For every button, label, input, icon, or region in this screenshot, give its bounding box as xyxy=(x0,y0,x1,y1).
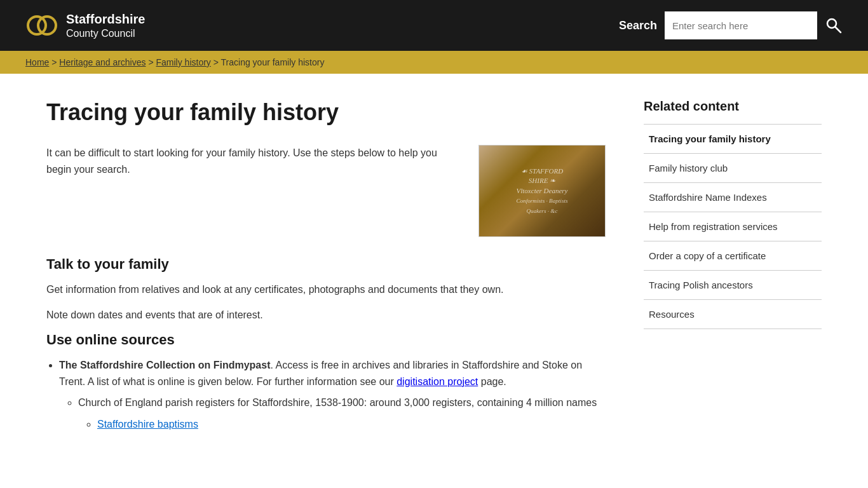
related-list-item: Staffordshire Name Indexes xyxy=(644,183,822,212)
search-label: Search xyxy=(619,19,657,32)
church-text: Church of England parish registers for S… xyxy=(78,397,597,408)
breadcrumb-current: Tracing your family history xyxy=(221,57,325,67)
breadcrumb-heritage[interactable]: Heritage and archives xyxy=(59,57,146,67)
church-item: Church of England parish registers for S… xyxy=(78,395,606,432)
related-list: Tracing your family historyFamily histor… xyxy=(644,124,822,329)
search-icon xyxy=(825,17,843,34)
related-list-link[interactable]: Staffordshire Name Indexes xyxy=(644,183,822,212)
section1-heading: Talk to your family xyxy=(46,256,606,273)
online-sources-list: The Staffordshire Collection on Findmypa… xyxy=(59,357,606,432)
intro-section: It can be difficult to start looking for… xyxy=(46,145,606,237)
council-logo-icon xyxy=(25,9,58,42)
related-list-link[interactable]: Order a copy of a certificate xyxy=(644,241,822,270)
related-list-link[interactable]: Family history club xyxy=(644,154,822,182)
main-container: Tracing your family history It can be di… xyxy=(21,74,847,481)
content-area: Tracing your family history It can be di… xyxy=(46,99,606,443)
related-list-link[interactable]: Help from registration services xyxy=(644,212,822,241)
related-list-item: Tracing your family history xyxy=(644,125,822,154)
page-title: Tracing your family history xyxy=(46,99,606,126)
logo-text: Staffordshire County Council xyxy=(66,11,145,41)
related-list-item: Help from registration services xyxy=(644,212,822,241)
sidebar: Related content Tracing your family hist… xyxy=(644,99,822,443)
related-list-link[interactable]: Tracing your family history xyxy=(644,125,822,153)
baptisms-link[interactable]: Staffordshire baptisms xyxy=(97,419,198,430)
section2-heading: Use online sources xyxy=(46,332,606,348)
intro-paragraph: It can be difficult to start looking for… xyxy=(46,145,459,177)
search-area: Search xyxy=(619,11,843,39)
related-list-item: Family history club xyxy=(644,154,822,183)
related-list-item: Resources xyxy=(644,300,822,329)
related-list-item: Order a copy of a certificate xyxy=(644,241,822,271)
findmypast-item: The Staffordshire Collection on Findmypa… xyxy=(59,357,606,432)
intro-text: It can be difficult to start looking for… xyxy=(46,145,459,237)
section1-p1: Get information from relatives and look … xyxy=(46,281,606,298)
related-list-link[interactable]: Tracing Polish ancestors xyxy=(644,271,822,299)
related-list-link[interactable]: Resources xyxy=(644,300,822,329)
findmypast-bold: The Staffordshire Collection on Findmypa… xyxy=(59,360,270,370)
breadcrumb: Home > Heritage and archives > Family hi… xyxy=(0,51,868,74)
breadcrumb-family-history[interactable]: Family history xyxy=(156,57,210,67)
related-list-item: Tracing Polish ancestors xyxy=(644,271,822,300)
search-input[interactable] xyxy=(665,11,817,39)
heritage-image: ☙ STAFFORDSHIRE ❧Vltoxcter DeaneryConfor… xyxy=(478,145,606,237)
breadcrumb-home[interactable]: Home xyxy=(25,57,49,67)
baptisms-list: Staffordshire baptisms xyxy=(97,416,606,433)
related-content-title: Related content xyxy=(644,99,822,114)
svg-line-3 xyxy=(836,27,841,33)
sub-list: Church of England parish registers for S… xyxy=(78,395,606,432)
baptisms-item: Staffordshire baptisms xyxy=(97,416,606,433)
site-header: Staffordshire County Council Search xyxy=(0,0,868,51)
section1-p2: Note down dates and events that are of i… xyxy=(46,307,606,323)
logo-area[interactable]: Staffordshire County Council xyxy=(25,9,145,42)
digitisation-link[interactable]: digitisation project xyxy=(397,376,478,387)
search-button[interactable] xyxy=(825,17,843,34)
findmypast-end: page. xyxy=(478,376,506,387)
